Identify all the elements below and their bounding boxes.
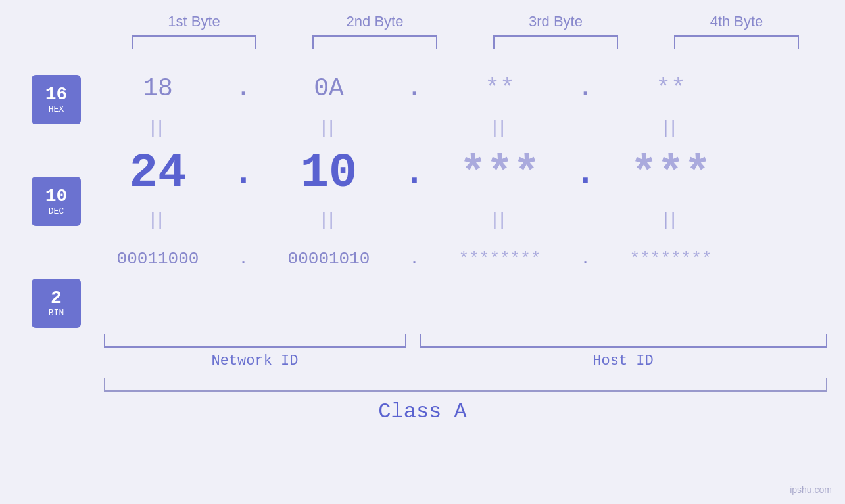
bracket-byte1 xyxy=(132,35,256,49)
watermark: ipshu.com xyxy=(790,484,832,495)
byte2-header: 2nd Byte xyxy=(302,13,447,30)
dec-dot1: . xyxy=(230,154,256,193)
full-bracket-row xyxy=(104,378,827,392)
dec-badge-label: DEC xyxy=(49,206,64,216)
bottom-section: Network ID Host ID xyxy=(104,334,827,369)
equals-row-1: || || || || xyxy=(85,114,845,141)
eq1-b3: || xyxy=(427,117,572,138)
class-label: Class A xyxy=(378,400,466,424)
bin-row: 00011000 . 00001010 . ******** . *******… xyxy=(85,233,845,285)
bottom-brackets xyxy=(104,334,827,348)
top-bracket-row xyxy=(104,35,827,49)
dec-badge-num: 10 xyxy=(45,187,68,207)
eq1-b1: || xyxy=(85,117,230,138)
bracket-byte3 xyxy=(493,35,618,49)
full-bracket xyxy=(104,378,827,392)
eq2-b1: || xyxy=(85,209,230,230)
eq2-b3: || xyxy=(427,209,572,230)
dec-row: 24 . 10 . *** . *** xyxy=(85,141,845,206)
hex-row: 18 . 0A . ** . ** xyxy=(85,62,845,114)
bin-dot2: . xyxy=(401,249,427,269)
data-grid: 18 . 0A . ** . ** || || xyxy=(85,62,845,285)
hex-dot2: . xyxy=(401,74,427,103)
bin-badge-label: BIN xyxy=(49,308,64,318)
network-id-label: Network ID xyxy=(104,353,406,369)
data-area: 16 HEX 10 DEC 2 BIN 18 . 0A xyxy=(0,62,845,328)
eq1-b2: || xyxy=(256,117,401,138)
dec-dot2: . xyxy=(401,154,427,193)
dec-b2: 10 xyxy=(256,147,401,200)
hex-badge-label: HEX xyxy=(49,104,64,114)
label-gap xyxy=(406,353,420,369)
bin-badge-num: 2 xyxy=(51,288,62,309)
bin-b4: ******** xyxy=(598,249,743,269)
label-row: Network ID Host ID xyxy=(104,353,827,369)
bin-badge: 2 BIN xyxy=(32,279,81,328)
bracket-gap xyxy=(406,334,420,348)
bin-b3: ******** xyxy=(427,249,572,269)
bin-dot1: . xyxy=(230,249,256,269)
badges-column: 16 HEX 10 DEC 2 BIN xyxy=(0,62,85,328)
hex-badge-num: 16 xyxy=(45,85,68,105)
byte-headers: 1st Byte 2nd Byte 3rd Byte 4th Byte xyxy=(104,13,827,30)
hex-b2: 0A xyxy=(256,74,401,103)
host-id-label: Host ID xyxy=(420,353,827,369)
hex-b3: ** xyxy=(427,74,572,103)
dec-b3: *** xyxy=(427,149,572,199)
byte1-header: 1st Byte xyxy=(122,13,266,30)
eq1-b4: || xyxy=(598,117,743,138)
bracket-byte4 xyxy=(674,35,799,49)
dec-badge: 10 DEC xyxy=(32,177,81,226)
hex-badge: 16 HEX xyxy=(32,75,81,124)
hex-b1: 18 xyxy=(85,74,230,103)
eq2-b4: || xyxy=(598,209,743,230)
main-container: 1st Byte 2nd Byte 3rd Byte 4th Byte 16 H… xyxy=(0,0,845,504)
bracket-host xyxy=(420,334,827,348)
bracket-network xyxy=(104,334,406,348)
dec-b1: 24 xyxy=(85,147,230,200)
dec-dot3: . xyxy=(572,154,598,193)
bin-dot3: . xyxy=(572,249,598,269)
equals-row-2: || || || || xyxy=(85,206,845,233)
hex-dot3: . xyxy=(572,74,598,103)
byte3-header: 3rd Byte xyxy=(483,13,628,30)
byte4-header: 4th Byte xyxy=(664,13,809,30)
bin-b1: 00011000 xyxy=(85,249,230,269)
bin-b2: 00001010 xyxy=(256,249,401,269)
hex-dot1: . xyxy=(230,74,256,103)
dec-b4: *** xyxy=(598,149,743,199)
eq2-b2: || xyxy=(256,209,401,230)
bracket-byte2 xyxy=(312,35,437,49)
hex-b4: ** xyxy=(598,74,743,103)
